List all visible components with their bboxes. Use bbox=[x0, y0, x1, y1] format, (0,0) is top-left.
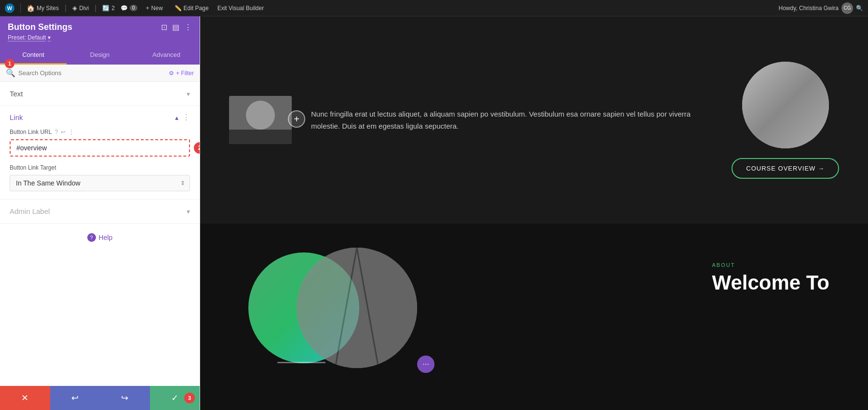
resize-icon[interactable]: ⊡ bbox=[161, 23, 167, 32]
circle-image bbox=[742, 62, 829, 148]
help-button[interactable]: ? Help bbox=[87, 233, 113, 242]
step-2-badge: 2 bbox=[194, 142, 200, 154]
chevron-up-icon[interactable]: ▴ bbox=[175, 114, 178, 121]
tab-design[interactable]: Design bbox=[67, 46, 133, 65]
bottom-action-bar: ✕ ↩ ↪ ✓ 3 bbox=[0, 386, 200, 410]
body-text: Nunc fringilla erat ut lectus aliquet, a… bbox=[292, 108, 732, 132]
tab-navigation: Content Design Advanced bbox=[0, 46, 200, 65]
comments-link[interactable]: 🔄 2 bbox=[102, 5, 115, 12]
svg-point-2 bbox=[251, 103, 270, 122]
sidebar-panel: Button Settings ⊡ ▤ ⋮ Preset: Default ▾ … bbox=[0, 16, 200, 410]
about-section: ABOUT Welcome To bbox=[712, 262, 830, 294]
wordpress-icon[interactable]: W bbox=[5, 3, 14, 13]
divi-link[interactable]: ◈ Divi bbox=[72, 4, 89, 12]
undo-icon: ↩ bbox=[71, 393, 79, 403]
chevron-down-icon-admin: ▾ bbox=[187, 208, 190, 215]
cancel-icon: ✕ bbox=[21, 393, 28, 403]
visual-builder-area: ThinkPad + Nunc fringilla erat ut lectus… bbox=[200, 16, 868, 410]
target-field-group: Button Link Target In The Same Window In… bbox=[0, 164, 200, 199]
save-button[interactable]: ✓ 3 bbox=[150, 386, 200, 410]
panel-content: Text ▾ Link ▴ ⋮ Button Link URL ? bbox=[0, 82, 200, 386]
comments-count-link[interactable]: 💬 0 bbox=[121, 5, 137, 12]
right-content: COURSE OVERVIEW bbox=[732, 62, 839, 179]
svg-rect-0 bbox=[229, 96, 292, 144]
url-input-wrap bbox=[10, 139, 190, 157]
url-input[interactable] bbox=[11, 140, 189, 156]
layout-icon[interactable]: ▤ bbox=[172, 23, 179, 32]
redo-icon: ↪ bbox=[121, 393, 128, 403]
panel-title: Button Settings bbox=[8, 22, 72, 32]
chevron-down-icon: ▾ bbox=[187, 90, 190, 98]
course-overview-button[interactable]: COURSE OVERVIEW bbox=[732, 158, 839, 179]
step-3-badge: 3 bbox=[184, 393, 195, 403]
search-input[interactable] bbox=[18, 69, 169, 77]
svg-rect-1 bbox=[234, 101, 287, 134]
my-sites-link[interactable]: 🏠 My Sites bbox=[27, 4, 59, 12]
exit-visual-builder-button[interactable]: Exit Visual Builder bbox=[217, 5, 264, 12]
filter-icon: ⚙ bbox=[169, 70, 174, 77]
tab-advanced[interactable]: Advanced bbox=[133, 46, 200, 65]
reset-icon[interactable]: ↩ bbox=[61, 129, 66, 135]
help-icon[interactable]: ? bbox=[54, 129, 58, 135]
search-bar: 🔍 ⚙ + Filter bbox=[0, 65, 200, 82]
svg-rect-6 bbox=[742, 62, 829, 148]
url-options-icon[interactable]: ⋮ bbox=[68, 129, 74, 135]
svg-point-5 bbox=[742, 62, 829, 148]
scroll-indicator bbox=[277, 362, 326, 363]
redo-button[interactable]: ↪ bbox=[100, 386, 150, 410]
target-select[interactable]: In The Same Window In The New Tab bbox=[10, 175, 190, 191]
url-field-group: Button Link URL ? ↩ ⋮ 2 bbox=[0, 129, 200, 164]
target-label: Button Link Target bbox=[10, 164, 190, 171]
filter-button[interactable]: ⚙ + Filter bbox=[169, 70, 194, 77]
thumbnail-image: ThinkPad bbox=[229, 96, 292, 144]
more-options-icon[interactable]: ⋮ bbox=[184, 23, 192, 32]
admin-bar: W 🏠 My Sites | ◈ Divi | 🔄 2 💬 0 + New ✏️… bbox=[0, 0, 868, 16]
new-button[interactable]: + New bbox=[143, 3, 166, 13]
cancel-button[interactable]: ✕ bbox=[0, 386, 50, 410]
svg-point-7 bbox=[757, 76, 814, 124]
link-more-icon[interactable]: ⋮ bbox=[182, 113, 190, 122]
preset-row[interactable]: Preset: Default ▾ bbox=[8, 34, 192, 41]
text-section[interactable]: Text ▾ bbox=[0, 82, 200, 106]
svg-rect-3 bbox=[229, 131, 292, 144]
edit-page-button[interactable]: ✏️ Edit Page bbox=[172, 3, 212, 13]
search-icon: 🔍 bbox=[6, 68, 15, 78]
avatar: CG bbox=[841, 2, 853, 14]
user-info: Howdy, Christina Gwira CG 🔍 bbox=[779, 2, 863, 14]
undo-button[interactable]: ↩ bbox=[50, 386, 100, 410]
help-section: ? Help bbox=[0, 224, 200, 251]
save-icon: ✓ bbox=[171, 393, 178, 403]
link-section: Link ▴ ⋮ Button Link URL ? ↩ ⋮ bbox=[0, 106, 200, 199]
vb-content: ThinkPad + Nunc fringilla erat ut lectus… bbox=[200, 16, 868, 410]
svg-rect-8 bbox=[742, 119, 829, 148]
svg-text:ThinkPad: ThinkPad bbox=[234, 135, 254, 140]
svg-rect-10 bbox=[297, 248, 417, 368]
target-select-wrap: In The Same Window In The New Tab bbox=[10, 175, 190, 191]
step-1-badge: 1 bbox=[5, 59, 14, 68]
url-field-label: Button Link URL ? ↩ ⋮ bbox=[10, 129, 190, 135]
admin-label-section[interactable]: Admin Label ▾ bbox=[0, 199, 200, 224]
url-input-container: 2 bbox=[10, 139, 190, 157]
vb-section-top: ThinkPad + Nunc fringilla erat ut lectus… bbox=[200, 16, 868, 224]
tent-circle bbox=[297, 248, 417, 368]
help-circle-icon: ? bbox=[87, 233, 96, 242]
dots-menu-button[interactable]: ··· bbox=[417, 356, 434, 373]
panel-header: Button Settings ⊡ ▤ ⋮ Preset: Default ▾ bbox=[0, 16, 200, 46]
vb-section-bottom: ··· ABOUT Welcome To bbox=[200, 224, 868, 410]
